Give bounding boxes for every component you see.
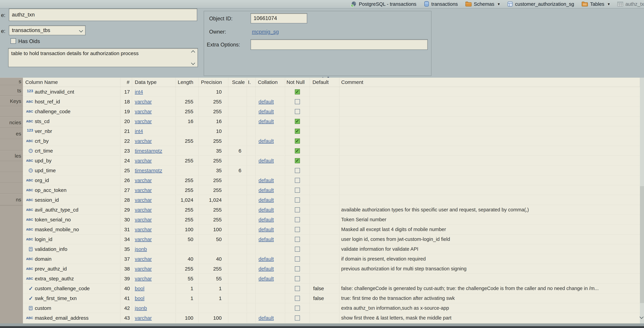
collation-cell[interactable] bbox=[256, 303, 285, 313]
collation-cell[interactable]: default bbox=[256, 205, 285, 215]
not-null-checkbox[interactable]: ✓ bbox=[295, 139, 300, 144]
data-type-cell[interactable]: int4 bbox=[132, 87, 176, 97]
scroll-down-icon[interactable] bbox=[191, 61, 195, 65]
column-row-login_id[interactable]: ABClogin_id34varchar5050defaultuser logi… bbox=[23, 234, 640, 244]
column-row-ver_nbr[interactable]: 123ver_nbr21int410✓ bbox=[23, 126, 640, 136]
data-type-link[interactable]: varchar bbox=[135, 236, 152, 242]
column-row-swk_first_time_txn[interactable]: ✓swk_first_time_txn41bool11falsetrue: fi… bbox=[23, 293, 640, 303]
data-type-cell[interactable]: varchar bbox=[132, 97, 176, 106]
not-null-checkbox[interactable] bbox=[295, 316, 300, 321]
collation-cell[interactable]: default bbox=[256, 97, 285, 106]
column-header--[interactable]: # bbox=[120, 78, 132, 87]
column-header-length[interactable]: Length bbox=[176, 78, 198, 87]
data-type-cell[interactable]: varchar bbox=[132, 234, 176, 244]
column-name-cell[interactable]: ABCsts_cd bbox=[23, 117, 120, 126]
data-type-cell[interactable]: jsonb bbox=[132, 303, 176, 313]
collation-link[interactable]: default bbox=[258, 256, 274, 262]
data-type-link[interactable]: varchar bbox=[135, 197, 152, 203]
not-null-checkbox[interactable] bbox=[295, 237, 300, 242]
collation-cell[interactable]: default bbox=[256, 274, 285, 283]
column-name-cell[interactable]: ABCmasked_mobile_no bbox=[23, 225, 120, 234]
sidebar-tab-Keys[interactable]: Keys bbox=[0, 96, 23, 106]
data-type-link[interactable]: varchar bbox=[135, 266, 152, 272]
collation-cell[interactable]: default bbox=[256, 225, 285, 234]
not-null-checkbox[interactable]: ✓ bbox=[295, 148, 300, 154]
collation-link[interactable]: default bbox=[258, 138, 274, 144]
data-type-link[interactable]: timestamptz bbox=[135, 148, 162, 154]
not-null-checkbox[interactable] bbox=[295, 227, 300, 232]
data-type-cell[interactable]: varchar bbox=[132, 117, 176, 126]
data-type-link[interactable]: varchar bbox=[135, 227, 152, 232]
column-header-i-[interactable]: I. bbox=[247, 78, 256, 87]
data-type-link[interactable]: varchar bbox=[135, 138, 152, 144]
breadcrumb-item-customer-authorization-sg[interactable]: customer_authorization_sg bbox=[507, 1, 574, 7]
not-null-checkbox[interactable] bbox=[295, 197, 300, 202]
data-type-link[interactable]: varchar bbox=[135, 207, 152, 213]
collation-link[interactable]: default bbox=[258, 99, 274, 105]
column-name-cell[interactable]: 123ver_nbr bbox=[23, 126, 120, 136]
column-name-cell[interactable]: ABCorg_id bbox=[23, 175, 120, 185]
breadcrumb-item-schemas[interactable]: Schemas▾ bbox=[465, 1, 500, 7]
sidebar-tab-blank-8[interactable] bbox=[0, 161, 23, 172]
collation-cell[interactable]: default bbox=[256, 117, 285, 126]
collation-cell[interactable]: default bbox=[256, 215, 285, 224]
data-type-cell[interactable]: varchar bbox=[132, 156, 176, 165]
breadcrumb-item-authz-tx[interactable]: authz_tx bbox=[617, 1, 644, 7]
collation-cell[interactable] bbox=[256, 165, 285, 175]
collation-link[interactable]: default bbox=[258, 236, 274, 242]
column-row-extra_step_authz[interactable]: ABCextra_step_authz39varchar5555default bbox=[23, 274, 640, 284]
not-null-checkbox[interactable] bbox=[295, 217, 300, 222]
not-null-checkbox[interactable] bbox=[295, 306, 300, 311]
not-null-checkbox[interactable] bbox=[295, 168, 300, 173]
collation-cell[interactable] bbox=[256, 126, 285, 136]
sidebar-tab-ts[interactable]: ts bbox=[0, 85, 23, 96]
collation-cell[interactable]: default bbox=[256, 254, 285, 264]
collation-link[interactable]: default bbox=[258, 187, 274, 193]
collation-cell[interactable]: default bbox=[256, 313, 285, 323]
data-type-cell[interactable]: varchar bbox=[132, 264, 176, 274]
collation-cell[interactable]: default bbox=[256, 234, 285, 244]
column-name-cell[interactable]: jsonvalidation_info bbox=[23, 244, 120, 254]
data-type-cell[interactable]: varchar bbox=[132, 254, 176, 264]
data-type-cell[interactable]: varchar bbox=[132, 136, 176, 146]
breadcrumb-item-tables[interactable]: Tables▾ bbox=[582, 1, 610, 7]
not-null-checkbox[interactable] bbox=[295, 276, 300, 281]
data-type-link[interactable]: timestamptz bbox=[135, 168, 162, 173]
not-null-checkbox[interactable]: ✓ bbox=[295, 158, 300, 163]
data-type-cell[interactable]: varchar bbox=[132, 225, 176, 234]
data-type-link[interactable]: varchar bbox=[135, 158, 152, 164]
column-row-token_serial_no[interactable]: ABCtoken_serial_no30varchar255255default… bbox=[23, 215, 640, 225]
table-name-input[interactable] bbox=[9, 8, 197, 21]
column-header-default[interactable]: Default bbox=[310, 78, 340, 87]
column-name-cell[interactable]: ABCdomain bbox=[23, 254, 120, 264]
breadcrumb-item-postgresql-transactions[interactable]: PostgreSQL - transactions bbox=[351, 1, 416, 7]
data-type-cell[interactable]: varchar bbox=[132, 215, 176, 224]
data-type-cell[interactable]: varchar bbox=[132, 175, 176, 185]
column-row-org_id[interactable]: ABCorg_id26varchar255255default bbox=[23, 175, 640, 185]
vertical-scrollbar-thumb[interactable] bbox=[640, 186, 644, 303]
column-name-cell[interactable]: ABCchallenge_code bbox=[23, 107, 120, 116]
column-row-upd_by[interactable]: ABCupd_by24varchar255255default✓ bbox=[23, 156, 640, 165]
column-header-precision[interactable]: Precision bbox=[198, 78, 228, 87]
collation-link[interactable]: default bbox=[258, 109, 274, 114]
data-type-link[interactable]: jsonb bbox=[135, 246, 147, 252]
data-type-link[interactable]: bool bbox=[135, 296, 144, 301]
object-id-input[interactable] bbox=[250, 13, 307, 23]
breadcrumb-item-transactions[interactable]: transactions bbox=[424, 1, 458, 7]
column-name-cell[interactable]: crt_time bbox=[23, 146, 120, 156]
chevron-down-icon[interactable]: ▾ bbox=[608, 2, 610, 6]
collation-cell[interactable]: default bbox=[256, 107, 285, 116]
collation-link[interactable]: default bbox=[258, 266, 274, 272]
column-row-domain[interactable]: ABCdomain37varchar4040defaultif domain i… bbox=[23, 254, 640, 264]
collation-cell[interactable]: default bbox=[256, 185, 285, 195]
data-type-link[interactable]: bool bbox=[135, 286, 144, 291]
data-type-link[interactable]: varchar bbox=[135, 276, 152, 282]
column-name-cell[interactable]: ABCavil_authz_type_cd bbox=[23, 205, 120, 215]
not-null-checkbox[interactable] bbox=[295, 286, 300, 291]
collation-link[interactable]: default bbox=[258, 158, 274, 164]
collation-link[interactable]: default bbox=[258, 207, 274, 213]
data-type-link[interactable]: varchar bbox=[135, 217, 152, 223]
data-type-link[interactable]: varchar bbox=[135, 187, 152, 193]
column-name-cell[interactable]: ABChost_ref_id bbox=[23, 97, 120, 106]
column-row-op_acc_token[interactable]: ABCop_acc_token27varchar255255default bbox=[23, 185, 640, 195]
